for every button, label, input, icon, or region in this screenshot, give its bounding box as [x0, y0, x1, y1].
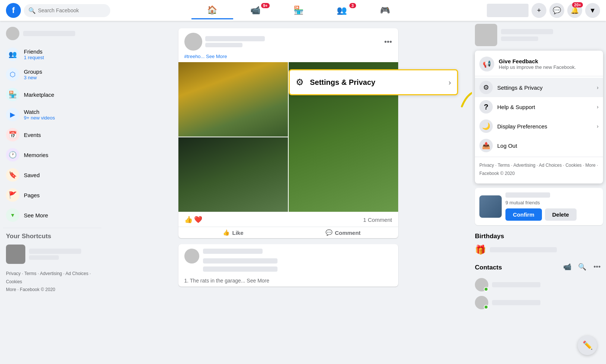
search-bar[interactable]: 🔍 — [24, 4, 110, 17]
friend-request-item: 9 mutual friends Confirm Delete — [479, 192, 599, 221]
shortcut-name-placeholder — [29, 249, 81, 254]
display-arrow-icon: › — [597, 123, 599, 129]
yellow-arrow-indicator — [458, 80, 472, 112]
contacts-header: Contacts 📹 🔍 ••• — [475, 258, 603, 276]
new-video-call-button[interactable]: 📹 — [561, 261, 573, 273]
account-menu-button[interactable]: ▼ — [585, 3, 600, 18]
shortcut-item-1[interactable] — [3, 242, 101, 267]
groups-label: Groups — [24, 68, 42, 75]
watch-icon: ▶ — [6, 108, 19, 121]
sidebar-item-pages[interactable]: 🚩 Pages — [3, 185, 101, 205]
notifications-button[interactable]: 🔔20+ — [567, 3, 582, 18]
sidebar-item-friends[interactable]: 👥 Friends 1 request — [3, 45, 101, 64]
marketplace-icon: 🏪 — [6, 88, 19, 101]
online-indicator-1 — [484, 287, 488, 291]
sidebar-item-marketplace[interactable]: 🏪 Marketplace — [3, 85, 101, 104]
sidebar-divider — [3, 228, 101, 228]
next-post-see-more[interactable]: 1. The rats in the garage... See More — [178, 276, 398, 287]
contact-item-2[interactable] — [475, 294, 603, 312]
nav-video-button[interactable]: 📹9+ — [235, 1, 276, 19]
dropdown-settings-privacy[interactable]: ⚙ Settings & Privacy › — [475, 78, 603, 97]
edit-float-button[interactable]: ✏️ — [578, 336, 597, 355]
friend-request-actions: Confirm Delete — [505, 208, 599, 221]
shortcut-sub-placeholder — [29, 255, 59, 260]
events-label: Events — [24, 132, 41, 138]
give-feedback-item[interactable]: 📢 Give Feedback Help us improve the new … — [475, 54, 603, 74]
nav-groups-button[interactable]: 👥3 — [321, 1, 363, 19]
post-options-button[interactable]: ••• — [384, 38, 392, 46]
next-post-content — [178, 244, 398, 276]
post-author-name — [205, 36, 265, 41]
dropdown-display-preferences[interactable]: 🌙 Display Preferences › — [475, 116, 603, 136]
next-post-author — [203, 249, 263, 254]
watch-label: Watch — [24, 109, 55, 115]
contacts-section: Contacts 📹 🔍 ••• — [475, 258, 603, 312]
right-profile-avatar — [475, 24, 497, 46]
birthday-name-placeholder — [490, 247, 557, 252]
contact-avatar-1 — [475, 278, 488, 291]
settings-privacy-highlight[interactable]: ⚙ Settings & Privacy › — [289, 69, 458, 95]
topnav-center-nav: 🏠 📹9+ 🏪 👥3 🎮 — [110, 1, 487, 19]
confirm-friend-button[interactable]: Confirm — [505, 208, 542, 221]
sidebar-user-profile[interactable] — [3, 24, 101, 43]
dropdown-log-out[interactable]: 📤 Log Out — [475, 136, 603, 155]
messenger-button[interactable]: 💬 — [549, 3, 564, 18]
saved-icon: 🔖 — [6, 168, 19, 182]
contacts-title: Contacts — [475, 261, 502, 273]
next-post-avatar — [184, 249, 199, 264]
birthdays-section: Birthdays 🎁 — [475, 230, 603, 258]
memories-label: Memories — [24, 152, 48, 158]
dropdown-help-support[interactable]: ? Help & Support › — [475, 97, 603, 116]
next-post-text-2 — [203, 266, 277, 272]
help-arrow-icon: › — [597, 104, 599, 110]
nav-home-button[interactable]: 🏠 — [191, 1, 233, 19]
sidebar-footer-links: Privacy · Terms · Advertising · Ad Choic… — [3, 267, 101, 297]
feedback-subtitle: Help us improve the new Facebook. — [499, 64, 576, 70]
settings-highlight-text: Settings & Privacy — [310, 78, 442, 87]
contacts-options-button[interactable]: ••• — [591, 261, 603, 273]
nav-gaming-button[interactable]: 🎮 — [364, 1, 406, 19]
marketplace-label: Marketplace — [24, 92, 54, 98]
sidebar-item-events[interactable]: 📅 Events — [3, 125, 101, 144]
birthdays-title: Birthdays — [475, 230, 603, 242]
sidebar-item-memories[interactable]: 🕐 Memories — [3, 145, 101, 165]
friends-sublabel: 1 request — [24, 55, 44, 60]
dropdown-divider-2 — [475, 157, 603, 157]
online-indicator-2 — [484, 305, 488, 309]
shortcut-thumbnail — [6, 245, 25, 264]
left-sidebar: 👥 Friends 1 request ⬡ Groups 3 new 🏪 Mar… — [0, 21, 104, 364]
video-badge: 9+ — [261, 3, 270, 8]
dropdown-footer-links: Privacy · Terms · Advertising · Ad Choic… — [475, 159, 603, 181]
post-reactions-bar: 👍 ❤️ 1 Comment — [178, 213, 398, 227]
post-hashtag: #treeho... See More — [178, 54, 398, 62]
settings-highlight-arrow-icon: › — [448, 78, 451, 87]
feedback-icon: 📢 — [479, 57, 494, 71]
delete-friend-button[interactable]: Delete — [545, 208, 577, 221]
post-header: ••• — [178, 28, 398, 54]
sidebar-item-saved[interactable]: 🔖 Saved — [3, 165, 101, 185]
right-profile-section — [475, 24, 603, 46]
groups-icon: ⬡ — [6, 68, 19, 81]
search-contacts-button[interactable]: 🔍 — [576, 261, 588, 273]
nav-marketplace-button[interactable]: 🏪 — [278, 1, 320, 19]
post-card: ••• #treeho... See More — [178, 28, 398, 238]
birthday-item: 🎁 — [475, 242, 603, 258]
user-avatar — [6, 27, 19, 40]
shortcuts-title: Your Shortcuts — [3, 231, 101, 242]
comment-count: 1 Comment — [363, 217, 392, 223]
contact-item-1[interactable] — [475, 276, 603, 294]
friends-icon: 👥 — [6, 48, 19, 61]
sidebar-item-see-more[interactable]: ▼ See More — [3, 205, 101, 225]
facebook-logo[interactable]: f — [6, 3, 21, 18]
pages-icon: 🚩 — [6, 188, 19, 202]
groups-sublabel: 3 new — [24, 75, 42, 80]
sidebar-item-watch[interactable]: ▶ Watch 9+ new videos — [3, 105, 101, 124]
post-image-3 — [178, 137, 288, 212]
settings-icon: ⚙ — [479, 81, 493, 94]
search-input[interactable] — [38, 7, 106, 13]
sidebar-item-groups[interactable]: ⬡ Groups 3 new — [3, 65, 101, 84]
like-button[interactable]: 👍 Like — [178, 227, 288, 238]
comment-button[interactable]: 💬 Comment — [288, 227, 398, 238]
contact-avatar-2 — [475, 296, 488, 309]
create-button[interactable]: + — [532, 3, 546, 18]
